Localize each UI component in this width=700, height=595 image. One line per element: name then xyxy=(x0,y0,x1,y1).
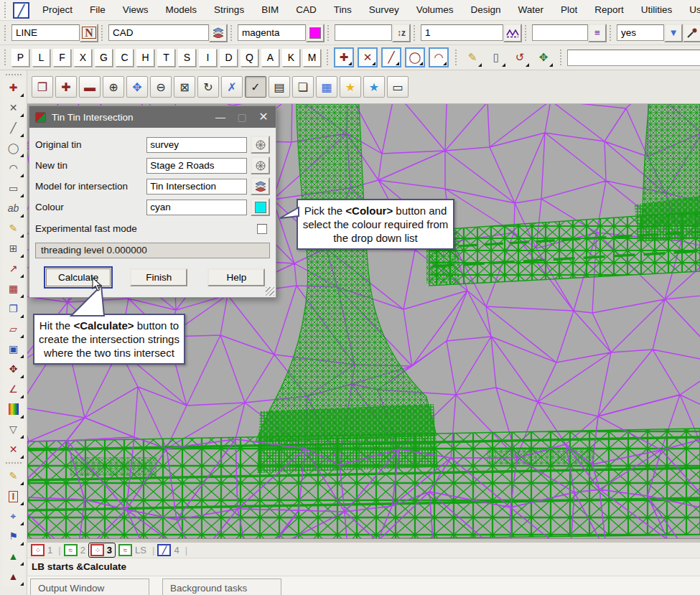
toolbar-grip[interactable] xyxy=(455,50,459,65)
original-tin-input[interactable] xyxy=(146,137,247,153)
model-list-button[interactable] xyxy=(209,24,228,42)
style-input[interactable] xyxy=(532,24,588,41)
toolbar-grip[interactable] xyxy=(414,25,418,41)
sidebar-image-button[interactable]: ▣ xyxy=(3,339,24,359)
menu-file[interactable]: File xyxy=(81,0,114,20)
model-for-intersection-input[interactable] xyxy=(146,179,247,195)
sidebar-create-text-button[interactable]: ab xyxy=(3,199,24,218)
toolbar-grip[interactable] xyxy=(525,25,529,41)
sidebar-tin-colours-button[interactable]: ▲ xyxy=(3,567,24,586)
cad-letter-s[interactable]: S xyxy=(178,49,196,67)
menu-utilities[interactable]: Utilities xyxy=(633,0,681,20)
favourites-blue-button[interactable]: ★ xyxy=(363,76,385,98)
cad-letter-p[interactable]: P xyxy=(11,49,29,67)
rotate-tool-button[interactable]: ↺ xyxy=(510,47,530,67)
cad-letter-k[interactable]: K xyxy=(282,49,300,67)
view-tab-3[interactable]: ⁘ 3 xyxy=(88,543,116,558)
zoom-button[interactable]: ⊖ xyxy=(150,76,172,98)
model-picker-button[interactable] xyxy=(251,177,270,195)
menu-models[interactable]: Models xyxy=(157,0,206,20)
new-tin-input[interactable] xyxy=(146,158,247,174)
breakline-dropdown-button[interactable]: ▼ xyxy=(664,24,683,42)
height-input[interactable] xyxy=(335,24,392,41)
view-tab-1[interactable]: ⁘ 1 xyxy=(31,544,52,556)
sidebar-create-rectangle-button[interactable]: ▭ xyxy=(3,179,24,198)
toolbar-grip[interactable] xyxy=(6,74,22,75)
menu-strings[interactable]: Strings xyxy=(205,0,253,20)
breakline-input[interactable] xyxy=(617,24,664,41)
menu-cad[interactable]: CAD xyxy=(287,0,325,20)
cad-letter-d[interactable]: D xyxy=(220,49,238,67)
cad-letter-c[interactable]: C xyxy=(116,49,134,67)
cad-letter-q[interactable]: Q xyxy=(241,49,258,67)
close-button[interactable]: ✕ xyxy=(253,106,274,128)
sidebar-create-arc-button[interactable]: ◠ xyxy=(3,159,24,178)
move-tool-button[interactable]: ✥ xyxy=(533,47,554,67)
sidebar-interface-button[interactable]: I xyxy=(3,487,24,506)
remove-model-button[interactable]: ▬ xyxy=(79,76,101,98)
cad-letter-x[interactable]: X xyxy=(74,49,92,67)
cad-letter-a[interactable]: A xyxy=(261,49,279,67)
toolbar-grip[interactable] xyxy=(101,25,106,41)
dialog-titlebar[interactable]: Tin Tin Intersection — ▢ ✕ xyxy=(29,106,276,128)
colour-picker-button[interactable] xyxy=(251,198,270,216)
fit-button[interactable]: ⊠ xyxy=(174,76,195,98)
zoom-extents-button[interactable]: ⊕ xyxy=(103,76,124,98)
sidebar-create-point-button[interactable]: ⊞ xyxy=(3,239,24,258)
background-tasks-tab[interactable]: Background tasks xyxy=(162,578,281,595)
sidebar-grid-button[interactable]: ▦ xyxy=(3,279,24,299)
sidebar-delete-button[interactable]: ✕ xyxy=(3,440,24,459)
sidebar-create-circle-button[interactable]: ◯ xyxy=(3,139,24,158)
view-menu-button[interactable]: ❐ xyxy=(32,76,53,98)
cad-letter-t[interactable]: T xyxy=(157,49,175,67)
sidebar-create-tin-button[interactable]: ▲ xyxy=(3,547,24,566)
sidebar-create-line-button[interactable]: ╱ xyxy=(3,118,24,138)
toolbar-grip[interactable] xyxy=(327,25,332,41)
toolbar-grip[interactable] xyxy=(4,2,9,18)
view-tab-ls[interactable]: ≈ LS xyxy=(118,544,146,556)
menu-volumes[interactable]: Volumes xyxy=(408,0,462,20)
menu-report[interactable]: Report xyxy=(586,0,633,20)
cad-letter-m[interactable]: M xyxy=(303,49,321,67)
view-tab-4[interactable]: ╱ 4 xyxy=(157,544,179,556)
menu-views[interactable]: Views xyxy=(114,0,157,20)
line-width-button[interactable]: ≡ xyxy=(588,24,607,42)
sidebar-snap-point-button[interactable]: ✚ xyxy=(3,78,24,98)
sidebar-new-view-button[interactable]: ❐ xyxy=(3,299,24,319)
name-template-button[interactable]: N xyxy=(80,24,98,42)
toolbar-grip[interactable] xyxy=(560,50,564,65)
menu-tins[interactable]: Tins xyxy=(325,0,360,20)
help-button[interactable]: Help xyxy=(207,268,265,286)
cad-letter-f[interactable]: F xyxy=(53,49,71,67)
colour-swatch-button[interactable] xyxy=(306,24,325,42)
original-tin-picker-button[interactable] xyxy=(251,136,270,154)
menu-bim[interactable]: BIM xyxy=(253,0,287,20)
sidebar-symbol-button[interactable]: ✎ xyxy=(3,219,24,238)
menu-water[interactable]: Water xyxy=(510,0,553,20)
sidebar-fence-button[interactable]: ▽ xyxy=(3,420,24,439)
cancel-strings-button[interactable]: ✗ xyxy=(221,76,243,98)
cad-letter-i[interactable]: I xyxy=(199,49,217,67)
toolbar-grip[interactable] xyxy=(4,50,9,65)
sidebar-measure-button[interactable]: ↗ xyxy=(3,259,24,278)
colour-value-input[interactable] xyxy=(146,200,247,215)
copy-view-button[interactable]: ❏ xyxy=(292,76,314,98)
tile-views-button[interactable]: ▦ xyxy=(316,76,337,98)
cad-letter-g[interactable]: G xyxy=(95,49,113,67)
view-tab-2[interactable]: ≈ 2 xyxy=(64,544,85,556)
window-layout-button[interactable]: ▭ xyxy=(387,76,409,98)
finish-button[interactable]: Finish xyxy=(130,268,187,286)
sidebar-translate-button[interactable]: ✥ xyxy=(3,360,24,379)
menu-project[interactable]: Project xyxy=(34,0,81,20)
linestyle-button[interactable] xyxy=(503,24,522,42)
menu-user[interactable]: User xyxy=(681,0,700,20)
snap-arc-button[interactable]: ◠ xyxy=(429,47,449,67)
menu-plot[interactable]: Plot xyxy=(552,0,586,20)
model-input[interactable] xyxy=(108,24,209,41)
colour-input[interactable] xyxy=(238,24,306,41)
favourites-button[interactable]: ★ xyxy=(340,76,361,98)
snap-intersection-button[interactable]: ✕ xyxy=(358,47,378,67)
pan-button[interactable]: ✥ xyxy=(126,76,148,98)
plot-button[interactable]: ▤ xyxy=(269,76,290,98)
modify-mode-button[interactable]: ✓ xyxy=(245,76,266,98)
